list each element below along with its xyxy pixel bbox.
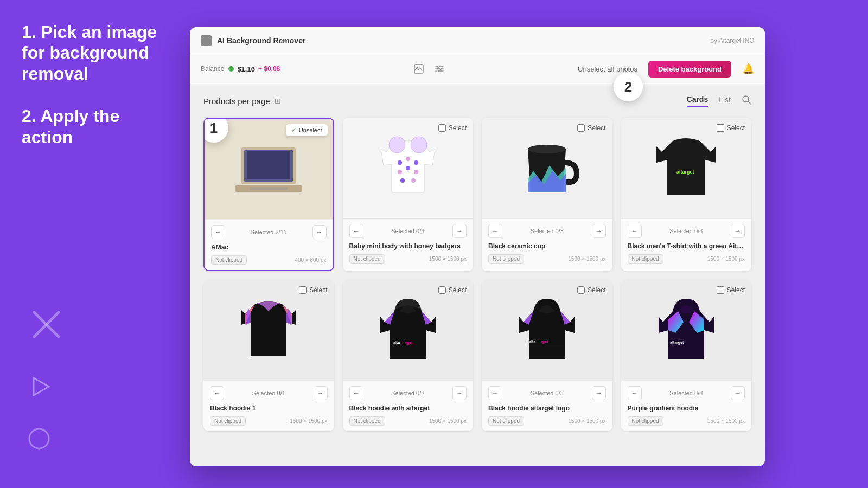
card-selected-0: Selected 2/11 [251,229,287,235]
checkbox-input-6[interactable] [577,286,585,294]
product-card: Select aitarget ← Selected 0/3 → [621,118,752,271]
card-dimensions-2: 1500 × 1500 px [568,256,605,262]
card-next-button-0[interactable]: → [312,225,327,239]
svg-marker-2 [34,378,49,395]
content-area: Products per page ⊞ Cards List 1 [190,84,765,466]
card-image-area-6: Select aita rget [482,280,612,380]
search-button[interactable] [742,95,751,107]
card-bottom-3: ← Selected 0/3 → Black men's T-shirt wit… [621,218,752,269]
svg-text:aita: aita [529,339,535,343]
card-image-area-1: Select [343,118,474,218]
settings-icon[interactable] [433,63,445,75]
checkbox-input-5[interactable] [438,286,446,294]
balance-label: Balance [201,65,224,73]
card-prev-button-7[interactable]: ← [628,386,642,400]
svg-text:rget: rget [541,339,548,344]
select-checkbox-2[interactable]: Select [577,124,605,132]
product-card: Select ← S [482,118,612,271]
app-icon [201,35,212,46]
select-checkbox-5[interactable]: Select [438,286,467,294]
card-bottom-4: ← Selected 0/1 → Black hoodie 1 Not clip… [203,380,334,431]
balance-value: $1.16 [237,65,255,73]
product-card: Select [621,280,752,431]
card-actions-row-6: ← Selected 0/3 → [488,386,606,400]
check-icon: ✓ [291,126,297,134]
card-meta-2: Not clipped 1500 × 1500 px [488,254,606,264]
left-panel: 1. Pick an image for background removal … [0,0,190,488]
card-selected-7: Selected 0/3 [669,390,703,396]
svg-text:aita: aita [393,341,400,344]
card-bottom-2: ← Selected 0/3 → Black ceramic cup Not c… [482,218,612,269]
checkbox-input-7[interactable] [717,286,724,294]
products-per-page-label: Products per page [203,97,270,106]
card-next-button-3[interactable]: → [731,224,745,238]
card-prev-button-2[interactable]: ← [488,224,502,238]
select-checkbox-1[interactable]: Select [438,124,467,132]
svg-line-13 [748,101,751,104]
card-prev-button-1[interactable]: ← [349,224,363,238]
card-image-area-3: Select aitarget [621,118,752,218]
card-prev-button-5[interactable]: ← [349,386,363,400]
deco-circle-icon [27,427,51,453]
product-card: Select aita rget [343,280,474,431]
card-next-button-7[interactable]: → [731,386,745,400]
card-name-2: Black ceramic cup [488,242,606,250]
card-next-button-4[interactable]: → [314,386,328,400]
card-image-area-2: Select [482,118,612,218]
card-bottom-5: ← Selected 0/2 → Black hoodie with aitar… [343,380,474,431]
card-dimensions-1: 1500 × 1500 px [429,256,467,262]
card-next-button-5[interactable]: → [452,386,467,400]
svg-rect-18 [250,187,288,190]
not-clipped-6: Not clipped [488,416,524,426]
list-view-button[interactable]: List [719,95,731,106]
deco-x-icon [31,310,61,342]
svg-point-26 [414,170,418,174]
card-prev-button-4[interactable]: ← [210,386,224,400]
card-meta-5: Not clipped 1500 × 1500 px [349,416,467,426]
svg-rect-16 [247,151,290,179]
svg-point-3 [29,429,49,448]
card-next-button-6[interactable]: → [592,386,606,400]
checkbox-input-4[interactable] [299,286,307,294]
card-next-button-1[interactable]: → [452,224,467,238]
select-checkbox-7[interactable]: Select [717,286,745,294]
select-checkbox-3[interactable]: Select [717,124,745,132]
card-name-6: Black hoodie aitarget logo [488,404,606,412]
card-actions-row-7: ← Selected 0/3 → [628,386,745,400]
deco-play-icon [31,377,51,399]
card-prev-button-6[interactable]: ← [488,386,502,400]
cards-view-button[interactable]: Cards [687,95,709,107]
card-dimensions-4: 1500 × 1500 px [290,418,327,424]
delete-background-button[interactable]: Delete background [648,61,731,78]
image-icon[interactable] [413,63,425,75]
bell-icon[interactable]: 🔔 [742,63,754,75]
svg-point-22 [406,157,410,161]
select-checkbox-4[interactable]: Select [299,286,327,294]
card-prev-button-3[interactable]: ← [628,224,642,238]
select-checkbox-6[interactable]: Select [577,286,605,294]
app-title: AI Background Remover [217,36,305,45]
product-grid: 1 ✓ Unselect [203,118,751,431]
card-selected-4: Selected 0/1 [252,390,285,396]
products-bar: Products per page ⊞ Cards List [203,95,751,107]
card-meta-6: Not clipped 1500 × 1500 px [488,416,606,426]
card-bottom-1: ← Selected 0/3 → Baby mini body with hon… [343,218,474,269]
step2-badge: 2 [614,72,643,101]
card-next-button-2[interactable]: → [592,224,606,238]
checkbox-input-3[interactable] [717,124,724,132]
unselect-card-button[interactable]: ✓ Unselect [286,124,328,136]
card-name-7: Purple gradient hoodie [628,404,745,412]
per-page-icon[interactable]: ⊞ [275,97,281,105]
product-card: Select [343,118,474,271]
not-clipped-7: Not clipped [628,416,663,426]
by-label: by Aitarget INC [710,37,754,44]
svg-point-11 [437,70,438,72]
checkbox-input-1[interactable] [438,124,446,132]
checkbox-input-2[interactable] [577,124,585,132]
svg-text:rget: rget [405,341,413,345]
card-name-3: Black men's T-shirt with a green Aitarg.… [628,242,745,250]
not-clipped-2: Not clipped [488,254,524,264]
svg-point-9 [437,66,439,68]
card-prev-button-0[interactable]: ← [211,225,225,239]
step1-text: 1. Pick an image for background removal [22,22,168,84]
